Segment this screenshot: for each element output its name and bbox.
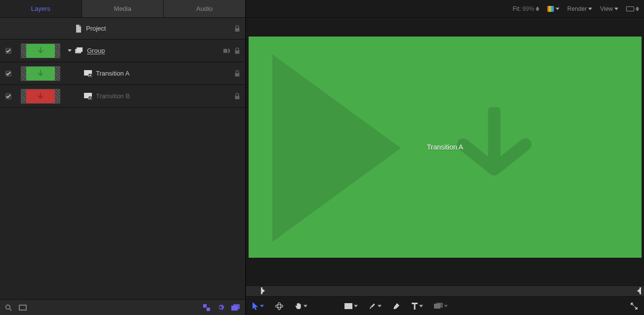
expand-icon[interactable] <box>630 302 638 310</box>
svg-rect-12 <box>19 305 26 310</box>
fit-value: 99% <box>522 5 534 12</box>
in-marker-icon[interactable] <box>261 287 265 294</box>
search-icon[interactable] <box>5 304 12 311</box>
viewer-toolbar: Fit: 99% Render View <box>246 0 644 18</box>
canvas-overlay-label: Transition A <box>427 143 463 151</box>
visibility-checkbox[interactable] <box>5 48 11 54</box>
svg-rect-3 <box>223 49 227 53</box>
visibility-checkbox[interactable] <box>5 71 11 77</box>
canvas[interactable]: Transition A <box>249 37 642 258</box>
stepper-icon <box>636 6 639 11</box>
mini-timeline[interactable] <box>246 285 644 296</box>
svg-point-20 <box>371 307 372 308</box>
layer-row-project[interactable]: Project <box>0 18 245 39</box>
layer-label: Transition B <box>96 92 234 100</box>
brush-tool[interactable] <box>392 302 400 310</box>
sidebar-tabs: Layers Media Audio <box>0 0 245 18</box>
bg-triangle-shape <box>272 54 401 242</box>
mask-tool[interactable] <box>434 303 448 310</box>
svg-rect-7 <box>235 73 240 77</box>
layer-thumbnail <box>21 89 60 104</box>
out-marker-icon[interactable] <box>637 287 641 294</box>
svg-point-18 <box>278 302 281 310</box>
canvas-viewport[interactable]: Transition A <box>246 18 644 285</box>
svg-rect-16 <box>233 304 240 309</box>
lock-icon[interactable] <box>234 93 240 100</box>
frame-rect-icon[interactable] <box>19 305 27 311</box>
layer-label: Group <box>87 47 223 54</box>
layers-panel-footer <box>0 299 245 315</box>
tab-layers[interactable]: Layers <box>0 0 82 17</box>
lock-icon[interactable] <box>234 70 240 77</box>
isolate-icon[interactable] <box>223 48 230 54</box>
canvas-toolbar <box>246 296 644 315</box>
bg-arrow-shape <box>437 107 551 196</box>
orbit-tool[interactable] <box>275 302 284 311</box>
color-swatch-icon <box>547 6 554 12</box>
svg-rect-0 <box>235 28 240 32</box>
layer-row-group[interactable]: Group <box>0 39 245 62</box>
svg-rect-4 <box>235 50 240 54</box>
placeholder-down-icon <box>84 70 92 77</box>
stepper-icon <box>536 6 539 11</box>
svg-rect-13 <box>203 304 207 308</box>
layer-list: Project <box>0 18 245 299</box>
svg-rect-10 <box>235 96 240 99</box>
tab-label: Media <box>114 5 131 12</box>
visibility-checkbox[interactable] <box>5 93 11 99</box>
layers-panel: Layers Media Audio Project <box>0 0 246 315</box>
menu-label: View <box>600 5 613 12</box>
lock-icon[interactable] <box>234 25 240 32</box>
app-root: Layers Media Audio Project <box>0 0 644 315</box>
window-stack-icon[interactable] <box>231 304 240 311</box>
tab-media[interactable]: Media <box>82 0 164 17</box>
tab-label: Audio <box>196 5 213 12</box>
placeholder-down-icon <box>84 93 92 100</box>
layer-thumbnail <box>21 43 60 58</box>
fit-label: Fit: <box>513 5 521 12</box>
render-menu[interactable]: Render <box>567 5 592 12</box>
viewer-panel: Fit: 99% Render View <box>246 0 644 315</box>
fit-zoom-control[interactable]: Fit: 99% <box>513 5 539 12</box>
pen-tool[interactable] <box>369 302 382 310</box>
svg-rect-14 <box>207 308 210 311</box>
rectangle-tool[interactable] <box>344 303 358 310</box>
group-stack-icon <box>75 47 83 54</box>
svg-point-11 <box>6 305 10 309</box>
layer-label: Transition A <box>96 70 234 77</box>
color-channel-menu[interactable] <box>547 6 559 12</box>
menu-label: Render <box>567 5 587 12</box>
tab-audio[interactable]: Audio <box>164 0 245 17</box>
svg-rect-2 <box>77 47 83 52</box>
checker-icon[interactable] <box>203 304 210 311</box>
svg-rect-19 <box>344 303 352 309</box>
select-tool[interactable] <box>252 302 264 310</box>
layer-label: Project <box>86 25 234 32</box>
pan-tool[interactable] <box>295 302 307 310</box>
disclosure-triangle-icon[interactable] <box>67 48 75 53</box>
aspect-menu[interactable] <box>626 6 639 11</box>
layer-thumbnail <box>21 66 60 81</box>
gear-icon[interactable] <box>217 304 224 311</box>
tab-label: Layers <box>31 5 50 12</box>
svg-rect-22 <box>436 303 443 308</box>
svg-point-17 <box>276 305 283 308</box>
document-icon <box>75 25 82 33</box>
canvas-area: Transition A <box>246 18 644 315</box>
layer-row-transition-a[interactable]: Transition A <box>0 62 245 85</box>
text-tool[interactable] <box>411 302 423 310</box>
view-menu[interactable]: View <box>600 5 618 12</box>
lock-icon[interactable] <box>234 47 240 54</box>
layer-row-transition-b[interactable]: Transition B <box>0 85 245 108</box>
aspect-rect-icon <box>626 6 634 11</box>
